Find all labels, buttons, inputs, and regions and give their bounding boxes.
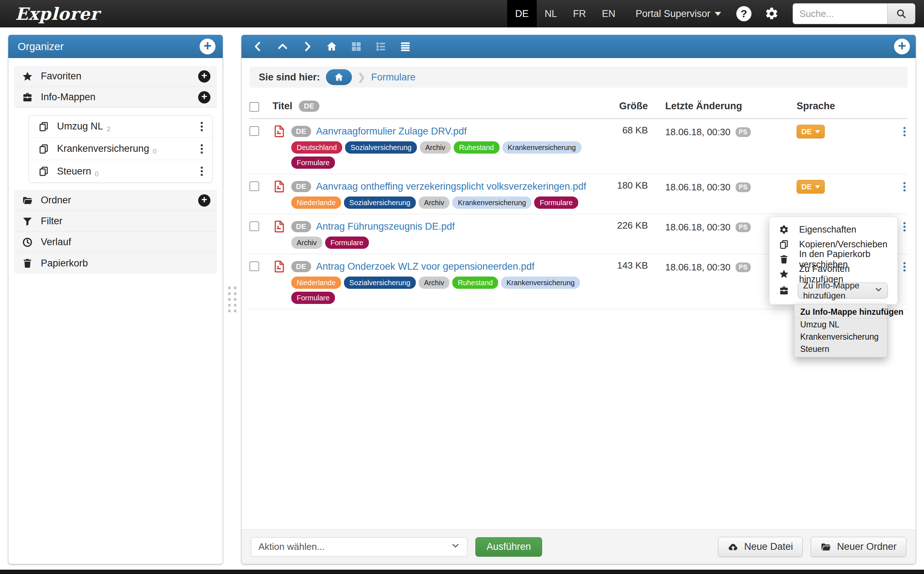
add-folder-button[interactable]: + bbox=[198, 194, 210, 207]
cloud-upload-icon bbox=[728, 542, 739, 552]
row-menu-icon[interactable] bbox=[901, 220, 908, 233]
row-checkbox[interactable] bbox=[249, 126, 259, 136]
tag-list: Niederlande Sozialversicherung Archiv Kr… bbox=[291, 197, 608, 209]
file-title-link[interactable]: Aanvraag ontheffing verzekeringsplicht v… bbox=[316, 181, 586, 192]
nav-back-icon[interactable] bbox=[252, 41, 264, 52]
tag[interactable]: Sozialversicherung bbox=[344, 197, 416, 209]
tag[interactable]: Ruhestand bbox=[454, 141, 500, 154]
history-clock-icon bbox=[22, 237, 33, 248]
row-menu-icon[interactable] bbox=[901, 260, 908, 274]
sidebar-item-papierkorb[interactable]: Papierkorb bbox=[14, 253, 217, 274]
add-info-mappe-button[interactable]: + bbox=[198, 91, 210, 104]
kebab-menu-icon[interactable] bbox=[198, 164, 205, 178]
file-title-link[interactable]: Antrag Führungszeugnis DE.pdf bbox=[316, 221, 455, 232]
context-menu-item-eigenschaften[interactable]: Eigenschaften bbox=[769, 222, 897, 237]
info-mappe-steuern[interactable]: Steuern 0 bbox=[29, 160, 212, 183]
tag[interactable]: Archiv bbox=[291, 237, 322, 249]
tag[interactable]: Archiv bbox=[420, 141, 451, 154]
action-select[interactable]: Aktion wählen... bbox=[251, 537, 467, 557]
list-view-icon[interactable] bbox=[375, 41, 386, 52]
file-title-link[interactable]: Antrag Onderzoek WLZ voor gepensioneerde… bbox=[316, 261, 535, 272]
tag-list: Archiv Formulare bbox=[291, 237, 608, 249]
detail-view-icon[interactable] bbox=[400, 41, 411, 52]
tag[interactable]: Sozialversicherung bbox=[345, 141, 417, 154]
kebab-menu-icon[interactable] bbox=[198, 120, 205, 133]
column-header-size[interactable]: Größe bbox=[619, 101, 648, 111]
row-checkbox[interactable] bbox=[249, 181, 259, 191]
context-menu-item-favoriten[interactable]: Zu Favoriten hinzufügen bbox=[769, 266, 897, 281]
tag[interactable]: Archiv bbox=[419, 276, 450, 289]
tag[interactable]: Formulare bbox=[325, 237, 369, 249]
tag[interactable]: Krankenversicherung bbox=[501, 276, 580, 289]
file-title-link[interactable]: Aanvraagformulier Zulage DRV.pdf bbox=[316, 126, 467, 137]
sidebar-item-info-mappen[interactable]: Info-Mappen + bbox=[14, 87, 217, 108]
panel-resize-handle[interactable] bbox=[228, 287, 236, 312]
home-icon[interactable] bbox=[326, 41, 337, 52]
info-mappe-count: 0 bbox=[95, 170, 99, 183]
dropdown-option[interactable]: Zu Info-Mappe hinzufügen bbox=[794, 306, 887, 319]
dropdown-option[interactable]: Umzug NL bbox=[794, 319, 887, 331]
sidebar-item-ordner[interactable]: Ordner + bbox=[14, 190, 217, 211]
dropdown-option[interactable]: Steuern bbox=[794, 343, 887, 355]
column-header-title[interactable]: Titel bbox=[272, 101, 293, 112]
nav-forward-icon[interactable] bbox=[301, 41, 313, 52]
panel-gap bbox=[223, 35, 241, 564]
tag[interactable]: Niederlande bbox=[291, 197, 341, 209]
row-menu-icon[interactable] bbox=[901, 180, 908, 194]
tag[interactable]: Formulare bbox=[291, 292, 335, 304]
organizer-add-button[interactable]: + bbox=[199, 39, 215, 54]
grid-view-icon[interactable] bbox=[350, 41, 362, 52]
info-mappe-label: Steuern bbox=[57, 166, 91, 177]
tag[interactable]: Formulare bbox=[291, 156, 335, 169]
sidebar-item-label: Verlauf bbox=[41, 237, 71, 248]
content-add-button[interactable]: + bbox=[894, 39, 910, 54]
info-mappe-count: 0 bbox=[153, 147, 157, 160]
tag[interactable]: Niederlande bbox=[291, 276, 341, 289]
file-size: 226 KB bbox=[617, 218, 648, 231]
search-input[interactable] bbox=[793, 3, 887, 24]
sidebar-item-verlauf[interactable]: Verlauf bbox=[14, 232, 217, 253]
sidebar-item-favoriten[interactable]: Favoriten + bbox=[14, 66, 217, 87]
tag[interactable]: Sozialversicherung bbox=[344, 276, 416, 289]
sidebar-item-label: Papierkorb bbox=[41, 258, 88, 269]
column-header-modified[interactable]: Letzte Änderung bbox=[665, 101, 742, 112]
info-mappe-select[interactable]: Zu Info-Mappe hinzufügen bbox=[798, 283, 888, 298]
breadcrumb-current[interactable]: Formulare bbox=[371, 72, 415, 83]
nav-up-icon[interactable] bbox=[277, 41, 288, 52]
search-button[interactable] bbox=[887, 3, 915, 24]
language-tab-nl[interactable]: NL bbox=[537, 0, 565, 27]
kebab-menu-icon[interactable] bbox=[198, 142, 205, 156]
column-header-language[interactable]: Sprache bbox=[797, 101, 835, 111]
row-menu-icon[interactable] bbox=[901, 125, 908, 139]
new-file-button[interactable]: Neue Datei bbox=[718, 537, 803, 557]
tag[interactable]: Archiv bbox=[419, 197, 450, 209]
settings-gear-icon[interactable] bbox=[764, 6, 779, 21]
select-all-checkbox[interactable] bbox=[249, 102, 259, 112]
language-tab-de[interactable]: DE bbox=[507, 0, 537, 27]
folder-open-icon bbox=[820, 542, 831, 552]
execute-button[interactable]: Ausführen bbox=[475, 537, 542, 557]
info-mappe-umzug-nl[interactable]: Umzug NL 2 bbox=[29, 115, 212, 138]
tag[interactable]: Formulare bbox=[534, 197, 578, 209]
add-favorite-button[interactable]: + bbox=[198, 70, 210, 82]
top-bar: Explorer DE NL FR EN Portal Supervisor ? bbox=[0, 0, 924, 27]
dropdown-option[interactable]: Krankenversicherung bbox=[794, 331, 887, 343]
tag[interactable]: Krankenversicherung bbox=[502, 141, 581, 154]
tag[interactable]: Ruhestand bbox=[452, 276, 498, 289]
star-icon bbox=[779, 269, 789, 279]
tag[interactable]: Krankenversicherung bbox=[452, 197, 531, 209]
info-mappe-krankenversicherung[interactable]: Krankenversicherung 0 bbox=[29, 138, 212, 160]
row-checkbox[interactable] bbox=[249, 262, 259, 271]
row-checkbox[interactable] bbox=[249, 221, 259, 231]
file-language-select[interactable]: DE bbox=[797, 125, 825, 139]
help-icon[interactable]: ? bbox=[736, 6, 752, 21]
file-modified: 18.06.18, 00:30 bbox=[665, 125, 731, 138]
user-menu[interactable]: Portal Supervisor bbox=[636, 8, 721, 19]
new-folder-button[interactable]: Neuer Ordner bbox=[811, 537, 906, 557]
language-tab-en[interactable]: EN bbox=[594, 0, 623, 27]
file-language-select[interactable]: DE bbox=[797, 180, 825, 194]
sidebar-item-filter[interactable]: Filter bbox=[14, 211, 217, 232]
breadcrumb-home-button[interactable] bbox=[326, 69, 352, 85]
tag[interactable]: Deutschland bbox=[291, 141, 342, 154]
language-tab-fr[interactable]: FR bbox=[565, 0, 594, 27]
